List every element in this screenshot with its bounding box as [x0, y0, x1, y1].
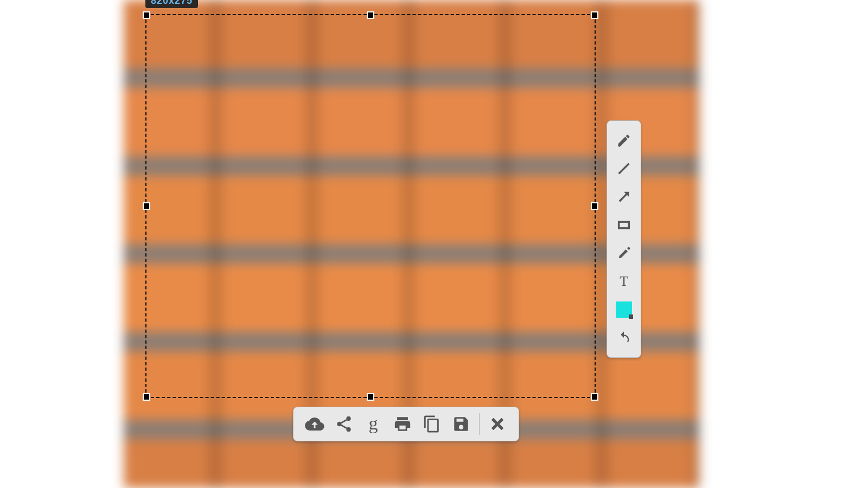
selection-rectangle[interactable]: [145, 14, 596, 398]
undo-icon: [616, 330, 631, 345]
pencil-tool-button[interactable]: [612, 129, 636, 152]
copy-icon: [423, 415, 441, 433]
resize-handle-top-left[interactable]: [143, 11, 150, 19]
undo-button[interactable]: [612, 326, 636, 350]
svg-text:g: g: [369, 415, 378, 433]
svg-line-0: [619, 164, 629, 174]
line-icon: [616, 161, 631, 176]
rectangle-icon: [616, 217, 631, 233]
resize-handle-bottom-middle[interactable]: [367, 393, 374, 401]
close-button[interactable]: [483, 411, 512, 437]
print-button[interactable]: [388, 411, 417, 437]
arrow-icon: [616, 189, 631, 204]
line-tool-button[interactable]: [612, 157, 636, 181]
arrow-tool-button[interactable]: [612, 185, 636, 209]
resize-handle-bottom-left[interactable]: [143, 393, 150, 401]
save-icon: [452, 415, 470, 433]
pencil-icon: [616, 133, 631, 148]
selection-dimensions-label: 820x275: [145, 0, 198, 8]
share-button[interactable]: [329, 411, 359, 437]
copy-button[interactable]: [417, 411, 446, 437]
resize-handle-top-middle[interactable]: [367, 11, 374, 19]
svg-rect-3: [619, 222, 629, 228]
resize-handle-bottom-right[interactable]: [591, 393, 598, 401]
color-picker-button[interactable]: [612, 298, 636, 322]
close-icon: [489, 415, 506, 433]
text-tool-button[interactable]: T: [612, 269, 636, 293]
svg-line-8: [341, 420, 347, 423]
svg-point-5: [346, 416, 351, 421]
svg-point-6: [337, 422, 342, 427]
toolbar-divider: [479, 413, 480, 435]
print-icon: [393, 415, 412, 433]
marker-tool-button[interactable]: [612, 241, 636, 265]
screenshot-stage: 820x275 T: [124, 0, 699, 488]
google-search-button[interactable]: g: [359, 411, 388, 437]
annotation-toolbar-vertical: T: [607, 120, 641, 358]
text-icon: T: [616, 274, 631, 289]
color-swatch-icon: [616, 301, 632, 318]
svg-line-9: [341, 425, 347, 428]
cloud-upload-icon: [305, 414, 324, 434]
upload-button[interactable]: [300, 411, 329, 437]
action-toolbar-horizontal: g: [293, 407, 519, 441]
resize-handle-middle-right[interactable]: [591, 202, 598, 210]
share-icon: [335, 415, 353, 433]
resize-handle-top-right[interactable]: [591, 11, 598, 19]
svg-point-7: [346, 427, 351, 432]
save-button[interactable]: [446, 411, 476, 437]
google-icon: g: [364, 415, 382, 433]
rectangle-tool-button[interactable]: [612, 213, 636, 237]
svg-text:T: T: [620, 274, 628, 289]
resize-handle-middle-left[interactable]: [143, 202, 150, 210]
marker-icon: [616, 246, 631, 261]
